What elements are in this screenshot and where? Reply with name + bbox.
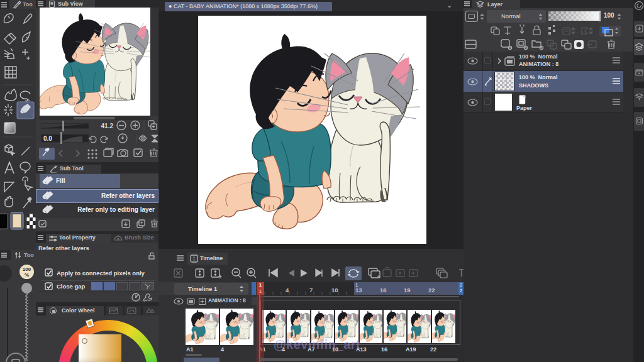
svg-text:0.0: 0.0 bbox=[43, 135, 52, 142]
svg-text:22: 22 bbox=[428, 287, 435, 293]
svg-text:7: 7 bbox=[309, 287, 313, 293]
svg-text:19: 19 bbox=[404, 287, 411, 293]
svg-text:4: 4 bbox=[286, 287, 289, 293]
svg-text:10: 10 bbox=[331, 287, 338, 293]
svg-text:1: 1 bbox=[355, 282, 358, 288]
svg-text:16: 16 bbox=[380, 287, 387, 293]
svg-text:41.2: 41.2 bbox=[101, 123, 114, 129]
